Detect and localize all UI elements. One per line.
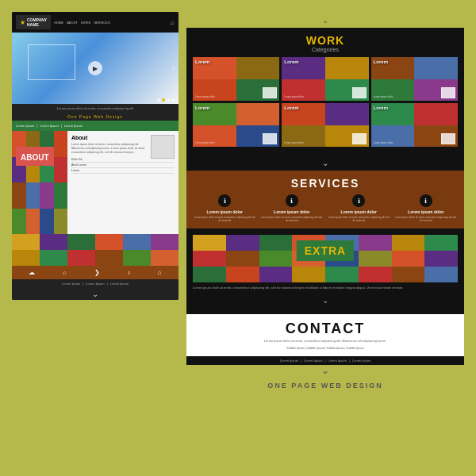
work-item-desc: Lorem ipsum dolor bbox=[195, 141, 215, 144]
extra-color-cell bbox=[424, 267, 458, 282]
bottom-tagline: ONE PAGE WEB DESIGN bbox=[186, 382, 464, 390]
dot-2 bbox=[162, 98, 165, 102]
work-subtitle: Categories bbox=[193, 47, 458, 52]
extra-color-cell bbox=[292, 267, 325, 282]
logo-star-icon: ★ bbox=[20, 19, 25, 26]
more-color-cell bbox=[95, 234, 123, 250]
bottom-link-3[interactable]: Lorem Ipsum bbox=[110, 282, 129, 286]
bottom-link-1[interactable]: Lorem Ipsum bbox=[62, 282, 80, 286]
home-icon[interactable]: ⌂ bbox=[158, 269, 162, 276]
sound-icon[interactable]: ♪ bbox=[127, 269, 130, 276]
left-panel: ★ COMPANY NAME HOME ABOUT WORK SERVICES … bbox=[12, 12, 178, 300]
about-color-cell bbox=[40, 209, 54, 235]
csep2: | bbox=[324, 359, 325, 363]
contact-link-1[interactable]: Lorem Ipsum bbox=[280, 359, 298, 363]
bottom-bar: ☁ ⌕ ❯ ♪ ⌂ bbox=[12, 266, 178, 279]
logo-box: ★ COMPANY NAME bbox=[16, 15, 51, 29]
chevron-bottom-icon[interactable]: ❯ bbox=[94, 269, 100, 276]
extra-title-overlay: EXTRA bbox=[297, 240, 354, 261]
work-item[interactable]: LoremLorem ipsum dolor bbox=[193, 57, 279, 101]
work-thumb bbox=[441, 133, 455, 144]
extra-color-cell bbox=[259, 251, 293, 267]
csep1: | bbox=[301, 359, 301, 363]
work-item-desc: Lorem ipsum dolor bbox=[374, 95, 393, 98]
extra-color-cell bbox=[259, 267, 293, 282]
feature-sep-2: | bbox=[61, 124, 62, 128]
hero-sub-text: Lorem ipsum dolor sit amet, consectetur … bbox=[12, 104, 178, 113]
about-title: ABOUT bbox=[21, 153, 49, 162]
service-icon: ℹ bbox=[358, 198, 360, 205]
extra-color-cell bbox=[392, 267, 425, 282]
next-arrow-icon[interactable]: › bbox=[172, 64, 175, 73]
contact-title: CONTACT bbox=[193, 321, 458, 337]
dot-1 bbox=[157, 98, 160, 102]
search-icon[interactable]: ⌕ bbox=[171, 19, 175, 26]
services-grid: ℹLorem ipsum dolorLorem ipsum dolor sit … bbox=[193, 194, 458, 222]
feature-2: Lorem Ipsum bbox=[40, 124, 58, 128]
work-cell bbox=[414, 103, 458, 125]
more-color-cell bbox=[95, 250, 123, 266]
nav-services[interactable]: SERVICES bbox=[94, 21, 109, 25]
play-button[interactable]: ▶ bbox=[88, 61, 102, 75]
more-color-cell bbox=[67, 250, 95, 266]
services-title: SERVICES bbox=[193, 177, 458, 190]
work-item[interactable]: LoremLorem ipsum dolor bbox=[193, 103, 279, 147]
service-name: Lorem ipsum dolor bbox=[327, 209, 391, 214]
nav-about[interactable]: ABOUT bbox=[67, 21, 78, 25]
contact-desc: Lorem ipsum dolor sit amet, consectetur … bbox=[193, 339, 458, 343]
extra-chevron: ⌄ bbox=[193, 290, 458, 308]
work-title: WORK bbox=[193, 34, 458, 47]
work-item-desc: Lorem ipsum dolor bbox=[284, 141, 304, 144]
service-icon-circle: ℹ bbox=[352, 194, 365, 207]
about-section: ABOUT About Lorem ipsum dolor sit amet, … bbox=[12, 131, 178, 234]
contact-link-3[interactable]: Lorem Ipsum bbox=[328, 359, 347, 363]
extra-color-cell bbox=[193, 267, 226, 282]
contact-strip: Lorem Ipsum | Lorem Ipsum | Lorem Ipsum … bbox=[186, 356, 464, 365]
contact-link-2[interactable]: Lorem Ipsum bbox=[304, 359, 322, 363]
contact-link-4[interactable]: Lorem Ipsum bbox=[352, 359, 370, 363]
services-section: SERVICES ℹLorem ipsum dolorLorem ipsum d… bbox=[186, 171, 464, 228]
extra-color-cell bbox=[226, 267, 259, 282]
about-color-cell bbox=[54, 209, 68, 235]
work-item[interactable]: LoremLorem ipsum dolor bbox=[282, 103, 368, 147]
more-color-cell bbox=[123, 250, 151, 266]
about-color-cell bbox=[40, 182, 54, 209]
right-panel: ⌄ WORK Categories LoremLorem ipsum dolor… bbox=[186, 12, 464, 390]
more-color-cell bbox=[40, 234, 67, 250]
work-thumb bbox=[441, 87, 455, 98]
extra-color-cell bbox=[226, 251, 259, 267]
feature-3: Lorem Ipsum bbox=[64, 124, 83, 128]
extra-color-cell bbox=[359, 235, 392, 251]
search-bottom-icon[interactable]: ⌕ bbox=[63, 269, 67, 276]
list-item-2: Amet Lorem bbox=[71, 163, 175, 168]
extra-color-cell bbox=[424, 251, 458, 267]
work-item-label: Lorem bbox=[284, 60, 298, 64]
bottom-right-chevron: ⌄ bbox=[186, 365, 464, 376]
work-item-label: Lorem bbox=[195, 106, 209, 110]
cloud-icon[interactable]: ☁ bbox=[29, 269, 35, 276]
work-chevron-icon: ⌄ bbox=[322, 159, 328, 167]
nav-home[interactable]: HOME bbox=[54, 21, 63, 25]
service-name: Lorem ipsum dolor bbox=[193, 209, 257, 214]
work-item[interactable]: LoremLorem ipsum dolor bbox=[371, 57, 458, 101]
feature-1: Lorem Ipsum bbox=[16, 124, 34, 128]
about-list: Dolor Sit Amet Lorem Lorem bbox=[71, 157, 175, 174]
work-cell bbox=[325, 57, 369, 79]
extra-title: EXTRA bbox=[305, 244, 346, 257]
work-item-desc: Lorem ipsum dolor bbox=[195, 95, 215, 98]
more-color-cell bbox=[151, 234, 178, 250]
work-item[interactable]: LoremLorem ipsum dolor bbox=[371, 103, 458, 147]
work-item[interactable]: LoremLorem ipsum dolor bbox=[282, 57, 368, 101]
bottom-link-2[interactable]: Lorem Ipsum bbox=[86, 282, 104, 286]
about-color-cell bbox=[26, 182, 40, 209]
nav-work[interactable]: WORK bbox=[81, 21, 90, 25]
more-color-cell bbox=[151, 250, 178, 266]
service-icon: ℹ bbox=[224, 198, 226, 205]
service-item: ℹLorem ipsum dolorLorem ipsum dolor sit … bbox=[394, 194, 459, 222]
extra-title-bg: EXTRA bbox=[297, 240, 354, 261]
extra-color-cell bbox=[392, 251, 425, 267]
extra-chevron-icon: ⌄ bbox=[322, 296, 328, 305]
hero-section: ▶ › bbox=[12, 33, 178, 104]
contact-section: CONTACT Lorem ipsum dolor sit amet, cons… bbox=[186, 314, 464, 356]
contact-form-hint: Subtitle Ipsum | Subtitle Ipsum | Subtit… bbox=[193, 347, 458, 350]
